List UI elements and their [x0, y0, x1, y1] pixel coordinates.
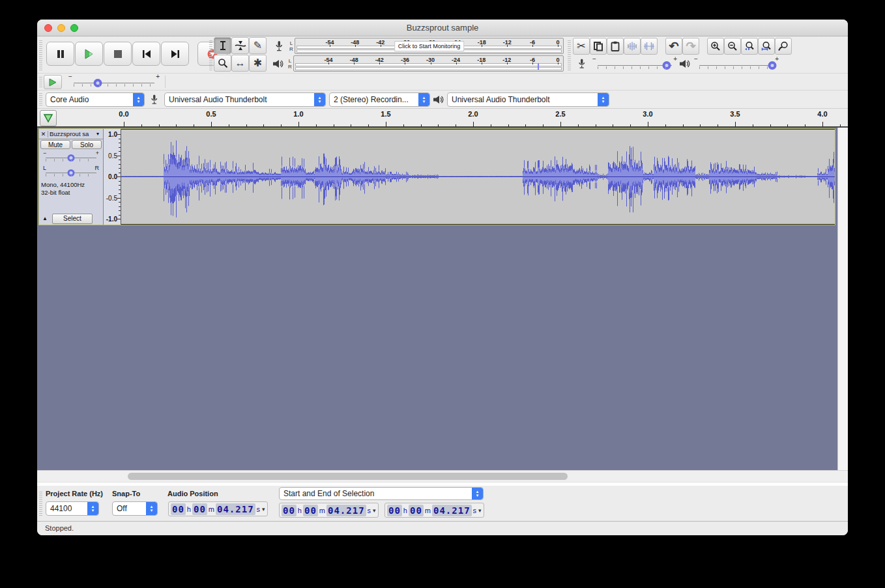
meter-db-label: -42 — [376, 39, 384, 46]
zoom-out-button[interactable] — [724, 38, 741, 55]
recording-volume-slider[interactable]: − + — [592, 57, 677, 72]
select-stepper-icon: ▲▼ — [133, 93, 144, 106]
time-shift-tool-button[interactable]: ↔ — [231, 55, 249, 72]
envelope-tool-button[interactable] — [231, 37, 249, 54]
track-canvas[interactable]: ✕ Buzzsprout sa ▾ Mute Solo − + L R — [37, 128, 848, 470]
selection-end-field[interactable]: 00h 00m 04.217s ▾ — [384, 503, 484, 518]
skip-to-start-button[interactable] — [132, 42, 160, 66]
close-track-button[interactable]: ✕ — [39, 131, 48, 137]
play-at-speed-button[interactable] — [44, 75, 62, 89]
playback-speed-knob[interactable] — [94, 79, 102, 87]
skip-to-end-button[interactable] — [161, 42, 189, 66]
timeline-ruler[interactable]: 0.00.51.01.52.02.53.03.54.0 — [61, 109, 843, 127]
recording-meter[interactable]: -54-48-42-36-30-24-18-12-60 Click to Sta… — [295, 38, 564, 54]
playback-meter[interactable]: -54-48-42-36-30-24-18-12-60 — [293, 55, 564, 72]
timeline-tick — [596, 124, 596, 127]
play-button[interactable] — [75, 42, 103, 66]
paste-button[interactable] — [607, 38, 624, 55]
recording-channels-select[interactable]: 2 (Stereo) Recordin... ▲▼ — [329, 92, 430, 107]
fit-project-button[interactable] — [758, 38, 775, 55]
gain-plus-label: + — [96, 150, 99, 156]
select-track-button[interactable]: Select — [52, 214, 93, 224]
timeline-tick — [630, 124, 631, 127]
timeline-tick — [718, 124, 718, 127]
vertical-ruler-tick — [119, 193, 121, 194]
meter-db-label: -24 — [452, 57, 460, 63]
undo-button[interactable]: ↶ — [665, 38, 682, 55]
transcription-toolbar-grip[interactable] — [39, 76, 42, 87]
silence-selection-icon — [643, 41, 655, 51]
vertical-scale-ruler[interactable]: 1.00.50.0-0.5-1.0 — [104, 129, 121, 225]
playback-device-select[interactable]: Universal Audio Thunderbolt ▲▼ — [447, 92, 609, 107]
vertical-ruler-tick — [117, 134, 121, 135]
cut-button[interactable]: ✂ — [573, 38, 590, 55]
collapse-track-button[interactable]: ▲ — [39, 216, 51, 221]
multi-tool-icon: ✱ — [254, 58, 262, 68]
select-stepper-icon: ▲▼ — [472, 488, 483, 499]
selection-start-field[interactable]: 00h 00m 04.217s ▾ — [279, 503, 379, 518]
silence-selection-button[interactable] — [641, 38, 658, 55]
recording-volume-knob[interactable] — [663, 61, 671, 70]
waveform-area[interactable] — [121, 129, 835, 225]
time-field-dropdown-icon[interactable]: ▾ — [478, 507, 482, 514]
vertical-ruler-label: -1.0 — [106, 216, 117, 223]
transport-toolbar-grip[interactable] — [39, 39, 42, 70]
edit-toolbar-grip[interactable] — [568, 39, 571, 70]
track-name[interactable]: Buzzsprout sa — [48, 130, 96, 137]
stop-button[interactable] — [104, 42, 132, 66]
recording-meter-mic-icon[interactable] — [274, 40, 284, 52]
waveform-canvas[interactable] — [121, 130, 835, 224]
meter-db-label: -36 — [401, 57, 409, 63]
tools-toolbar-grip[interactable] — [209, 39, 212, 70]
titlebar[interactable]: Buzzsprout sample — [37, 20, 848, 36]
time-field-dropdown-icon[interactable]: ▾ — [373, 507, 376, 514]
playback-speed-slider[interactable]: − + — [68, 75, 160, 89]
playback-volume-knob[interactable] — [768, 61, 777, 70]
solo-button[interactable]: Solo — [72, 140, 102, 149]
paste-icon — [611, 41, 620, 51]
mute-button[interactable]: Mute — [40, 140, 70, 149]
zoom-tool-button[interactable] — [214, 55, 231, 72]
playback-volume-speaker-icon — [679, 59, 691, 69]
vertical-ruler-tick — [119, 147, 121, 148]
device-toolbar: Core Audio ▲▼ Universal Audio Thunderbol… — [37, 90, 848, 108]
zoom-to-selection-button[interactable] — [741, 38, 758, 55]
draw-tool-button[interactable]: ✎ — [249, 37, 267, 54]
device-toolbar-grip[interactable] — [39, 93, 42, 105]
plus-label: + — [775, 55, 779, 63]
selection-mode-select[interactable]: Start and End of Selection ▲▼ — [279, 487, 484, 500]
redo-button[interactable]: ↷ — [682, 38, 699, 55]
playback-volume-slider[interactable]: − + — [694, 57, 779, 72]
redo-icon: ↷ — [686, 40, 695, 52]
recording-device-select[interactable]: Universal Audio Thunderbolt ▲▼ — [164, 92, 326, 107]
pan-slider[interactable]: L R — [44, 165, 98, 180]
selection-toolbar-grip[interactable] — [39, 491, 42, 516]
pin-playhead-button[interactable] — [40, 110, 57, 126]
audio-host-select[interactable]: Core Audio ▲▼ — [46, 92, 145, 107]
trim-outside-selection-button[interactable] — [624, 38, 641, 55]
selection-tool-button[interactable] — [214, 37, 231, 54]
undo-icon: ↶ — [669, 40, 678, 52]
track-menu-dropdown-icon[interactable]: ▾ — [96, 131, 103, 137]
meter-db-label: -12 — [502, 57, 511, 63]
start-monitoring-label[interactable]: Click to Start Monitoring — [394, 41, 465, 51]
zoom-in-button[interactable] — [707, 38, 724, 55]
time-field-dropdown-icon[interactable]: ▾ — [262, 506, 265, 512]
timeline-label: 2.0 — [468, 110, 478, 118]
playback-meter-speaker-icon[interactable] — [272, 59, 284, 69]
gain-slider[interactable]: − + — [44, 150, 98, 165]
multi-tool-button[interactable]: ✱ — [249, 55, 267, 72]
pan-knob[interactable] — [68, 169, 75, 176]
horizontal-scrollbar[interactable] — [37, 470, 848, 482]
project-rate-select[interactable]: 44100 ▲▼ — [46, 501, 99, 516]
copy-button[interactable] — [590, 38, 607, 55]
snap-to-select[interactable]: Off ▲▼ — [112, 501, 158, 516]
vertical-scrollbar[interactable] — [837, 128, 848, 470]
timeline-tick — [543, 124, 544, 127]
zoom-toggle-button[interactable] — [775, 38, 792, 55]
horizontal-scrollbar-thumb[interactable] — [128, 473, 567, 480]
pause-button[interactable] — [46, 42, 74, 66]
gain-knob[interactable] — [68, 154, 75, 161]
timeline-label: 1.5 — [381, 110, 390, 118]
audio-position-field[interactable]: 00h 00m 04.217s ▾ — [168, 501, 268, 516]
